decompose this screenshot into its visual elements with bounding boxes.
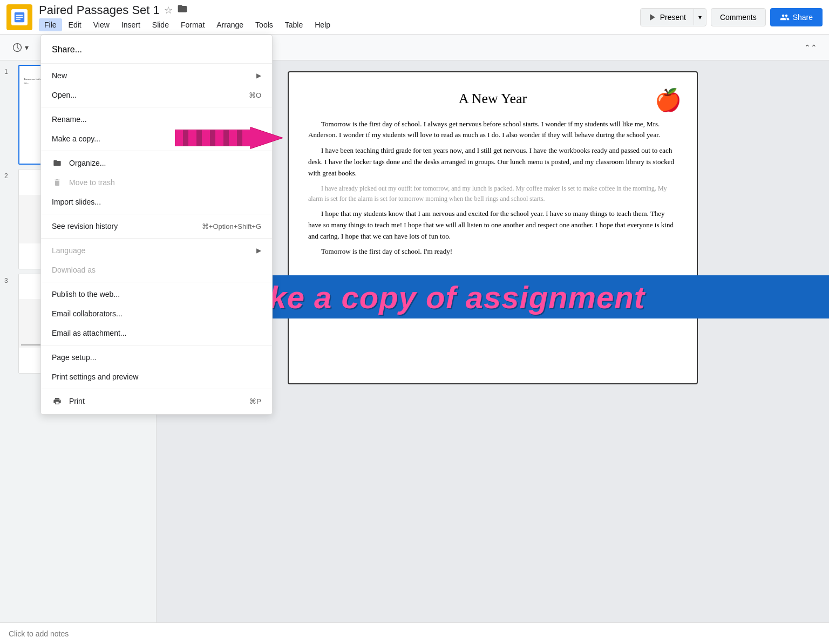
menu-arrange[interactable]: Arrange bbox=[211, 18, 249, 31]
menu-format[interactable]: Format bbox=[175, 18, 210, 31]
menu-print[interactable]: Print ⌘P bbox=[41, 391, 272, 411]
slide-number-3: 3 bbox=[4, 274, 14, 284]
present-button[interactable]: Present ▾ bbox=[640, 8, 706, 26]
svg-rect-3 bbox=[16, 18, 21, 19]
menu-language[interactable]: Language ▶ bbox=[41, 241, 272, 260]
menu-import-label: Import slides... bbox=[52, 198, 101, 206]
svg-rect-2 bbox=[16, 17, 23, 18]
apple-icon: 🍎 bbox=[655, 83, 682, 118]
app-logo-inner bbox=[11, 9, 28, 25]
folder-icon[interactable] bbox=[177, 3, 188, 17]
menu-email-collab-label: Email collaborators... bbox=[52, 309, 123, 318]
menu-print-label: Print bbox=[69, 397, 85, 405]
doc-title[interactable]: Paired Passages Set 1 bbox=[39, 3, 160, 17]
organize-with-icon: Organize... bbox=[52, 159, 106, 167]
menu-language-label: Language bbox=[52, 246, 85, 255]
slide-para-2: I have been teaching third grade for ten… bbox=[308, 145, 677, 179]
menu-make-copy[interactable]: Make a copy... bbox=[41, 129, 272, 148]
collapse-btn[interactable]: ⌃⌃ bbox=[799, 40, 823, 55]
notes-placeholder: Click to add notes bbox=[9, 629, 69, 638]
menu-insert[interactable]: Insert bbox=[116, 18, 146, 31]
menu-publish-label: Publish to the web... bbox=[52, 290, 120, 299]
menu-open-label: Open... bbox=[52, 91, 77, 99]
slide-content: A New Year 🍎 Tomorrow is the first day o… bbox=[288, 71, 698, 384]
present-label: Present bbox=[660, 13, 686, 22]
slide-text: Tomorrow is the first day of school. I a… bbox=[308, 119, 677, 258]
menu-section-1: New ▶ Open... ⌘O bbox=[41, 63, 272, 105]
file-dropdown-menu: Share... New ▶ Open... ⌘O Rename... Make… bbox=[40, 35, 273, 415]
overlay-text: Make a copy of assignment bbox=[225, 279, 645, 315]
menu-page-setup-label: Page setup... bbox=[52, 353, 97, 362]
menu-edit[interactable]: Edit bbox=[63, 18, 87, 31]
slide-para-3: I have already picked out my outfit for … bbox=[308, 184, 677, 204]
menu-help[interactable]: Help bbox=[309, 18, 336, 31]
share-label: Share bbox=[793, 13, 813, 22]
menu-open-shortcut: ⌘O bbox=[249, 91, 261, 99]
print-menu-icon bbox=[52, 397, 63, 405]
menu-print-shortcut: ⌘P bbox=[249, 397, 261, 405]
svg-rect-1 bbox=[16, 15, 23, 16]
menu-bar: File Edit View Insert Slide Format Arran… bbox=[39, 18, 640, 31]
trash-with-icon: Move to trash bbox=[52, 178, 115, 187]
star-icon[interactable]: ☆ bbox=[164, 4, 173, 16]
menu-open[interactable]: Open... ⌘O bbox=[41, 85, 272, 105]
slide-number-2: 2 bbox=[4, 169, 14, 180]
menu-publish[interactable]: Publish to the web... bbox=[41, 284, 272, 304]
menu-download-label: Download as bbox=[52, 266, 96, 274]
trash-menu-icon bbox=[52, 178, 63, 187]
app-logo bbox=[6, 4, 32, 30]
slide-para-4: I hope that my students know that I am n… bbox=[308, 208, 677, 242]
top-bar: Paired Passages Set 1 ☆ File Edit View I… bbox=[0, 0, 829, 35]
menu-tools[interactable]: Tools bbox=[250, 18, 278, 31]
menu-email-attach[interactable]: Email as attachment... bbox=[41, 323, 272, 343]
menu-organize[interactable]: Organize... bbox=[41, 153, 272, 173]
menu-rename-label: Rename... bbox=[52, 115, 87, 124]
menu-section-8: Print ⌘P bbox=[41, 389, 272, 411]
doc-title-row: Paired Passages Set 1 ☆ bbox=[39, 3, 640, 17]
menu-new-label: New bbox=[52, 71, 67, 80]
menu-section-6: Publish to the web... Email collaborator… bbox=[41, 282, 272, 343]
menu-section-4: See revision history ⌘+Option+Shift+G bbox=[41, 214, 272, 236]
slide-title: A New Year bbox=[308, 87, 677, 110]
menu-revision-label: See revision history bbox=[52, 222, 118, 231]
menu-print-settings[interactable]: Print settings and preview bbox=[41, 367, 272, 387]
share-button[interactable]: Share bbox=[770, 8, 823, 26]
menu-section-3: Organize... Move to trash Import slides.… bbox=[41, 151, 272, 212]
menu-table[interactable]: Table bbox=[280, 18, 308, 31]
menu-print-settings-label: Print settings and preview bbox=[52, 372, 138, 381]
share-menu-item[interactable]: Share... bbox=[41, 38, 272, 61]
menu-section-7: Page setup... Print settings and preview bbox=[41, 345, 272, 387]
menu-file[interactable]: File bbox=[39, 18, 62, 31]
menu-section-2: Rename... Make a copy... bbox=[41, 107, 272, 148]
title-area: Paired Passages Set 1 ☆ File Edit View I… bbox=[39, 3, 640, 31]
menu-language-arrow: ▶ bbox=[256, 247, 261, 254]
menu-page-setup[interactable]: Page setup... bbox=[41, 348, 272, 367]
menu-download[interactable]: Download as bbox=[41, 260, 272, 280]
menu-new-arrow: ▶ bbox=[256, 72, 261, 79]
toolbar-icon-group[interactable]: ▾ bbox=[6, 39, 34, 56]
menu-email-attach-label: Email as attachment... bbox=[52, 329, 127, 337]
slide-para-1: Tomorrow is the first day of school. I a… bbox=[308, 119, 677, 141]
svg-marker-4 bbox=[650, 14, 655, 21]
menu-trash-label: Move to trash bbox=[69, 178, 115, 187]
slide-number-1: 1 bbox=[4, 65, 14, 76]
notes-bar[interactable]: Click to add notes bbox=[0, 622, 829, 644]
pink-arrow-decoration bbox=[175, 125, 283, 153]
present-dropdown[interactable]: ▾ bbox=[694, 9, 706, 25]
menu-new[interactable]: New ▶ bbox=[41, 66, 272, 85]
print-with-icon: Print bbox=[52, 397, 85, 405]
menu-move-trash: Move to trash bbox=[41, 173, 272, 192]
right-buttons: Present ▾ Comments Share bbox=[640, 8, 823, 26]
menu-revision[interactable]: See revision history ⌘+Option+Shift+G bbox=[41, 216, 272, 236]
menu-slide[interactable]: Slide bbox=[147, 18, 174, 31]
slide-para-5: Tomorrow is the first day of school. I'm… bbox=[308, 246, 677, 257]
menu-section-5: Language ▶ Download as bbox=[41, 238, 272, 280]
menu-revision-shortcut: ⌘+Option+Shift+G bbox=[202, 222, 261, 231]
menu-view[interactable]: View bbox=[88, 18, 115, 31]
menu-import-slides[interactable]: Import slides... bbox=[41, 192, 272, 212]
present-main[interactable]: Present bbox=[641, 9, 694, 26]
share-menu-label: Share... bbox=[52, 45, 82, 54]
comments-button[interactable]: Comments bbox=[711, 8, 766, 26]
menu-make-copy-label: Make a copy... bbox=[52, 134, 100, 143]
menu-email-collab[interactable]: Email collaborators... bbox=[41, 304, 272, 323]
